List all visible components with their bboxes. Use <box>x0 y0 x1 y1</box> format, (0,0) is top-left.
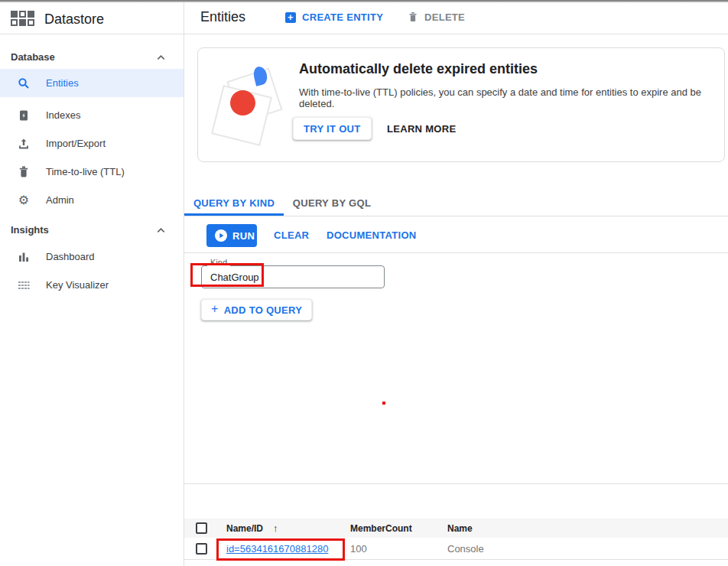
search-icon <box>18 77 30 89</box>
table-row: id=5634161670881280 100 Console <box>184 538 728 560</box>
create-entity-button[interactable]: + CREATE ENTITY <box>285 11 383 23</box>
column-header-name[interactable]: Name <box>447 523 473 534</box>
column-label: Name/ID <box>226 523 263 534</box>
illustration-red-circle <box>230 90 255 115</box>
results-divider <box>184 483 728 484</box>
sidebar: Datastore Database Entities Indexes Impo… <box>0 2 184 566</box>
banner-description: With time-to-live (TTL) policies, you ca… <box>299 86 724 109</box>
results-table-header: Name/ID↑ MemberCount Name <box>184 519 728 538</box>
column-header-membercount[interactable]: MemberCount <box>350 523 412 534</box>
app-title: Datastore <box>44 11 104 28</box>
try-it-out-label: TRY IT OUT <box>304 123 361 135</box>
sidebar-item-label: Indexes <box>46 109 81 121</box>
chevron-up-icon <box>156 53 166 63</box>
sidebar-item-admin[interactable]: ⚙ Admin <box>0 186 184 214</box>
learn-more-label: LEARN MORE <box>387 123 456 135</box>
column-header-name-id[interactable]: Name/ID↑ <box>226 522 278 534</box>
documentation-label: DOCUMENTATION <box>327 229 417 241</box>
annotation-dot <box>382 402 385 405</box>
bar-chart-icon <box>18 251 30 263</box>
documentation-link[interactable]: DOCUMENTATION <box>327 229 417 241</box>
cell-membercount: 100 <box>350 543 367 555</box>
sidebar-item-ttl[interactable]: Time-to-live (TTL) <box>0 158 184 186</box>
plus-icon: + <box>285 12 296 23</box>
entity-id-link[interactable]: id=5634161670881280 <box>226 543 328 555</box>
sidebar-item-label: Time-to-live (TTL) <box>46 166 125 177</box>
tab-query-by-kind[interactable]: QUERY BY KIND <box>184 191 284 215</box>
upload-icon <box>18 138 30 150</box>
run-label: RUN <box>232 230 255 242</box>
section-label-insights: Insights <box>11 224 49 236</box>
banner-title: Automatically delete expired entities <box>299 61 538 77</box>
sidebar-item-label: Admin <box>46 194 74 206</box>
learn-more-button[interactable]: LEARN MORE <box>387 123 456 135</box>
heatmap-grid-icon <box>18 279 30 291</box>
chevron-up-icon <box>156 226 166 236</box>
cell-name: Console <box>447 543 484 555</box>
sidebar-item-label: Import/Export <box>46 138 106 149</box>
plus-icon: + <box>211 302 219 316</box>
sidebar-section-insights[interactable]: Insights <box>0 221 184 242</box>
datastore-logo-icon <box>11 11 37 30</box>
sidebar-item-import-export[interactable]: Import/Export <box>0 129 184 158</box>
tab-label: QUERY BY GQL <box>293 197 371 209</box>
clear-label: CLEAR <box>274 229 309 241</box>
indexes-document-icon <box>18 109 30 122</box>
sidebar-item-label: Entities <box>46 77 79 89</box>
sidebar-item-indexes[interactable]: Indexes <box>0 101 184 129</box>
sidebar-item-key-visualizer[interactable]: Key Visualizer <box>0 271 184 299</box>
run-button[interactable]: RUN <box>206 224 257 247</box>
ttl-promo-banner: Automatically delete expired entities Wi… <box>197 47 725 162</box>
trash-icon <box>18 166 30 178</box>
select-all-checkbox[interactable] <box>196 522 207 534</box>
add-to-query-label: ADD TO QUERY <box>224 304 303 316</box>
datastore-console: Datastore Database Entities Indexes Impo… <box>0 0 728 566</box>
create-entity-label: CREATE ENTITY <box>302 11 383 23</box>
kind-input[interactable] <box>201 265 385 288</box>
kind-field-label: Kind <box>207 258 230 267</box>
sidebar-item-label: Dashboard <box>46 251 95 262</box>
clear-button[interactable]: CLEAR <box>274 229 309 241</box>
sidebar-item-label: Key Visualizer <box>46 279 109 291</box>
tab-query-by-gql[interactable]: QUERY BY GQL <box>284 191 379 215</box>
row-checkbox[interactable] <box>196 543 207 555</box>
delete-button[interactable]: DELETE <box>408 11 465 23</box>
trash-icon <box>408 11 418 23</box>
sidebar-item-entities[interactable]: Entities <box>0 69 184 97</box>
sidebar-divider <box>184 2 184 566</box>
page-title: Entities <box>200 9 245 25</box>
gear-icon: ⚙ <box>18 194 30 207</box>
sidebar-section-database[interactable]: Database <box>0 48 184 70</box>
banner-illustration <box>198 48 297 163</box>
topbar-divider <box>0 34 728 34</box>
sort-ascending-icon: ↑ <box>273 522 278 534</box>
toolbar-divider <box>184 252 728 253</box>
tabs-divider <box>184 216 728 216</box>
sidebar-item-dashboard[interactable]: Dashboard <box>0 242 184 271</box>
play-icon <box>215 229 227 242</box>
delete-label: DELETE <box>424 11 465 23</box>
add-to-query-button[interactable]: + ADD TO QUERY <box>201 299 312 320</box>
tab-label: QUERY BY KIND <box>193 197 275 209</box>
section-label-database: Database <box>11 51 55 63</box>
try-it-out-button[interactable]: TRY IT OUT <box>293 117 372 140</box>
